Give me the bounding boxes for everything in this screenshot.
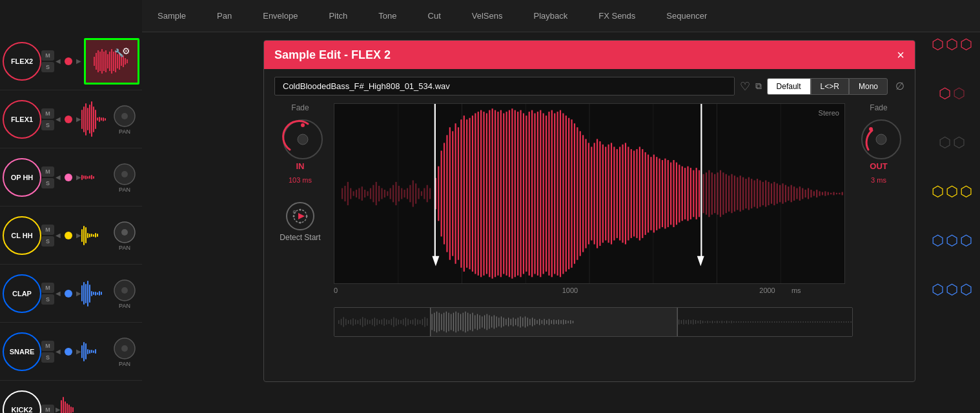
hex-snare-3[interactable]: ⬡ bbox=[960, 283, 972, 297]
svg-rect-272 bbox=[427, 318, 427, 325]
arrow-left-snare[interactable]: ◀ bbox=[56, 348, 61, 355]
null-icon[interactable]: ∅ bbox=[895, 80, 904, 92]
hex-row-flex2: ⬡ ⬡ ⬡ bbox=[932, 37, 972, 52]
filename-input[interactable] bbox=[274, 77, 735, 96]
track-flex1: FLEX1 M S ◀ ▶ bbox=[0, 90, 142, 148]
hex-flex2-3[interactable]: ⬡ bbox=[960, 37, 972, 52]
mute-btn-clhh[interactable]: M bbox=[41, 225, 54, 235]
hex-row-clhh: ⬡ ⬡ ⬡ bbox=[932, 185, 972, 199]
hex-flex1-1[interactable]: ⬡ bbox=[939, 86, 951, 101]
hex-clhh-2[interactable]: ⬡ bbox=[946, 185, 958, 199]
svg-rect-266 bbox=[413, 319, 413, 325]
mini-wave-box[interactable] bbox=[334, 307, 853, 337]
hex-snare-1[interactable]: ⬡ bbox=[932, 283, 944, 297]
nav-velsens[interactable]: VelSens bbox=[456, 0, 518, 32]
hex-flex1-2[interactable]: ⬡ bbox=[953, 86, 965, 101]
waveform-canvas[interactable]: Stereo bbox=[334, 103, 845, 284]
svg-rect-295 bbox=[484, 315, 485, 328]
track-name-flex2[interactable]: FLEX2 bbox=[3, 42, 41, 81]
solo-btn-clhh[interactable]: S bbox=[41, 236, 54, 247]
track-name-flex1[interactable]: FLEX1 bbox=[3, 100, 41, 139]
fade-in-knob[interactable] bbox=[281, 117, 320, 156]
copy-icon[interactable]: ⧉ bbox=[755, 81, 762, 92]
hex-clhh-1[interactable]: ⬡ bbox=[932, 185, 944, 199]
arrow-left-clap[interactable]: ◀ bbox=[56, 290, 61, 297]
svg-rect-364 bbox=[753, 321, 753, 323]
arrow-right-flex2[interactable]: ▶ bbox=[76, 57, 81, 65]
arrow-left-openhh[interactable]: ◀ bbox=[56, 174, 61, 181]
svg-rect-365 bbox=[755, 321, 755, 323]
mute-btn-snare[interactable]: M bbox=[41, 341, 54, 351]
svg-rect-183 bbox=[728, 176, 730, 212]
track-name-kick2[interactable]: KICK2 bbox=[3, 390, 41, 414]
favorite-icon[interactable]: ♡ bbox=[740, 79, 750, 94]
mute-btn-flex1[interactable]: M bbox=[41, 108, 54, 119]
svg-rect-274 bbox=[434, 313, 434, 332]
fade-out-knob[interactable] bbox=[859, 117, 898, 156]
nav-cut[interactable]: Cut bbox=[413, 0, 456, 32]
solo-btn-openhh[interactable]: S bbox=[41, 178, 54, 188]
arrow-left-flex1[interactable]: ◀ bbox=[56, 116, 61, 123]
svg-rect-70 bbox=[404, 190, 405, 197]
mute-btn-kick2[interactable]: M bbox=[41, 405, 54, 414]
svg-rect-73 bbox=[413, 180, 414, 206]
mode-mono-btn[interactable]: Mono bbox=[849, 78, 888, 95]
hex-clhh-3[interactable]: ⬡ bbox=[960, 185, 972, 199]
pan-knob-clap[interactable]: PAN bbox=[112, 278, 137, 309]
nav-sample[interactable]: Sample bbox=[142, 0, 201, 32]
nav-tone[interactable]: Tone bbox=[363, 0, 412, 32]
svg-rect-262 bbox=[403, 319, 403, 325]
svg-rect-326 bbox=[558, 319, 559, 325]
hex-openhh-2[interactable]: ⬡ bbox=[953, 136, 965, 150]
track-name-openhh[interactable]: OP HH bbox=[3, 158, 41, 197]
pan-knob-clhh[interactable]: PAN bbox=[112, 220, 137, 251]
hex-flex2-2[interactable]: ⬡ bbox=[946, 37, 958, 52]
hex-clap-3[interactable]: ⬡ bbox=[960, 234, 972, 248]
nav-pan[interactable]: Pan bbox=[201, 0, 247, 32]
svg-rect-119 bbox=[546, 116, 547, 272]
nav-envelope[interactable]: Envelope bbox=[247, 0, 313, 32]
mode-lr-btn[interactable]: L<>R bbox=[811, 78, 849, 95]
track-name-clhh[interactable]: CL HH bbox=[3, 216, 41, 255]
solo-btn-clap[interactable]: S bbox=[41, 294, 54, 305]
sample-button-flex2[interactable]: ⚙ 🔧 bbox=[84, 38, 139, 85]
hex-openhh-1[interactable]: ⬡ bbox=[939, 136, 951, 150]
detect-start-button[interactable]: ⚙ Detect Start bbox=[280, 202, 320, 242]
hex-snare-2[interactable]: ⬡ bbox=[946, 283, 958, 297]
mute-btn-openhh[interactable]: M bbox=[41, 166, 54, 177]
hex-clap-1[interactable]: ⬡ bbox=[932, 234, 944, 248]
solo-btn-flex1[interactable]: S bbox=[41, 120, 54, 130]
nav-sequencer[interactable]: Sequencer bbox=[651, 0, 722, 32]
track-name-snare[interactable]: SNARE bbox=[3, 332, 41, 371]
hex-clap-2[interactable]: ⬡ bbox=[946, 234, 958, 248]
mode-default-btn[interactable]: Default bbox=[767, 78, 811, 95]
arrow-right-openhh[interactable]: ▶ bbox=[76, 174, 81, 181]
hex-flex2-1[interactable]: ⬡ bbox=[932, 37, 944, 52]
pan-knob-flex1[interactable]: PAN bbox=[112, 104, 137, 135]
solo-btn-snare[interactable]: S bbox=[41, 352, 54, 363]
pan-knob-snare[interactable]: PAN bbox=[112, 336, 137, 367]
nav-pitch[interactable]: Pitch bbox=[313, 0, 363, 32]
arrow-left-flex2[interactable]: ◀ bbox=[56, 57, 61, 65]
svg-rect-142 bbox=[611, 143, 612, 244]
nav-fxsends[interactable]: FX Sends bbox=[583, 0, 651, 32]
arrow-right-kick2[interactable]: ▶ bbox=[56, 406, 61, 413]
pan-knob-openhh[interactable]: PAN bbox=[112, 162, 137, 193]
nav-playback[interactable]: Playback bbox=[518, 0, 583, 32]
svg-rect-303 bbox=[504, 317, 504, 326]
mute-btn-flex2[interactable]: M bbox=[41, 50, 54, 61]
mute-btn-clap[interactable]: M bbox=[41, 283, 54, 293]
arrow-right-clap[interactable]: ▶ bbox=[76, 290, 81, 297]
svg-rect-271 bbox=[424, 317, 425, 327]
arrow-right-clhh[interactable]: ▶ bbox=[76, 232, 81, 239]
svg-rect-125 bbox=[562, 114, 564, 274]
arrow-right-snare[interactable]: ▶ bbox=[76, 348, 81, 355]
close-button[interactable]: × bbox=[897, 48, 904, 63]
track-name-clap[interactable]: CLAP bbox=[3, 274, 41, 313]
arrow-right-flex1[interactable]: ▶ bbox=[76, 116, 81, 123]
track-dot-openhh bbox=[65, 174, 72, 181]
svg-rect-248 bbox=[369, 320, 370, 324]
svg-rect-337 bbox=[688, 319, 689, 325]
solo-btn-flex2[interactable]: S bbox=[41, 62, 54, 72]
arrow-left-clhh[interactable]: ◀ bbox=[56, 232, 61, 239]
